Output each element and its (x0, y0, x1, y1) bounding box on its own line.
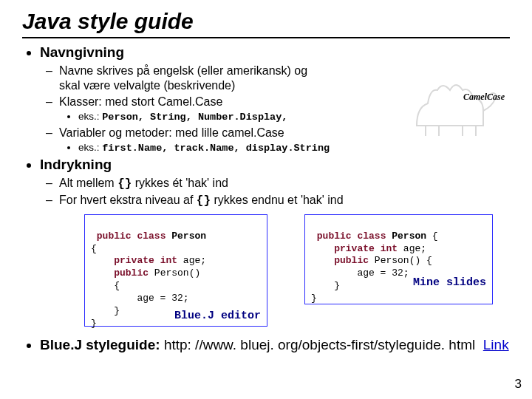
text-klasser: Klasser: med stort Camel.Case (59, 95, 222, 108)
heading-navngivning: Navngivning (40, 44, 124, 60)
text-varmet: Variabler og metoder: med lille camel.Ca… (59, 126, 284, 139)
footer-link[interactable]: Link (483, 337, 509, 352)
t: Alt mellem (59, 177, 117, 189)
heading-indrykning: Indrykning (40, 157, 112, 172)
code-right: public class Person { private int age; p… (304, 214, 493, 304)
code-left: public class Person { private int age; p… (84, 214, 267, 327)
camelcase-illustration: CamelCase (409, 74, 505, 137)
t: rykkes endnu et 'hak' ind (211, 194, 344, 206)
t: {} (117, 177, 132, 191)
title-rule (22, 37, 510, 38)
caption-mine-slides: Mine slides (413, 276, 486, 290)
text-eks-prefix2: eks.: (78, 142, 102, 153)
t: {} (197, 194, 211, 208)
section-indrykning: Indrykning Alt mellem {} rykkes ét 'hak'… (40, 157, 510, 327)
page-title: Java style guide (22, 9, 510, 34)
footer-url: http: //www. bluej. org/objects-first/st… (164, 337, 475, 352)
item-varmet-eks: eks.: first.Name, track.Name, display.St… (78, 142, 510, 155)
caption-bluej: Blue.J editor (174, 309, 261, 324)
camelcase-label: CamelCase (463, 92, 505, 103)
t: For hvert ekstra niveau af (59, 194, 197, 206)
text-eks-prefix: eks.: (78, 111, 102, 122)
text-klasser-eks: Person, String, Number.Display, (102, 112, 287, 123)
item-for-hvert: For hvert ekstra niveau af {} rykkes end… (59, 193, 510, 208)
page-number: 3 (515, 377, 522, 392)
item-alt-mellem: Alt mellem {} rykkes ét 'hak' ind (59, 176, 510, 191)
code-row: public class Person { private int age; p… (84, 214, 510, 327)
text-varmet-eks: first.Name, track.Name, display.String (102, 143, 330, 154)
t: rykkes ét 'hak' ind (132, 177, 228, 189)
